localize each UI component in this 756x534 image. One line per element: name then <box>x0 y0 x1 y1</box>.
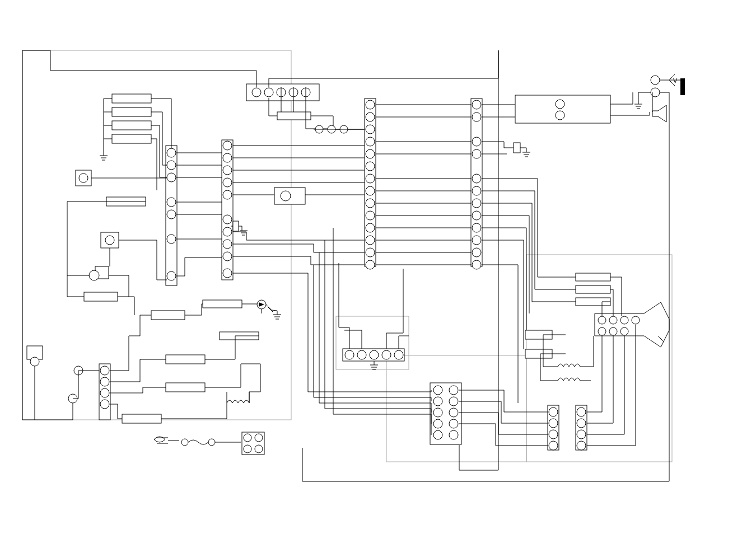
svg-point-139 <box>433 386 442 395</box>
svg-point-147 <box>449 419 458 428</box>
svg-point-42 <box>366 137 375 146</box>
resistor-4 <box>203 300 242 308</box>
svg-point-54 <box>472 100 481 109</box>
svg-point-142 <box>433 419 442 428</box>
svg-rect-81 <box>514 143 520 153</box>
connector-crt-2 <box>576 405 587 450</box>
svg-point-41 <box>366 125 375 134</box>
resistor-2 <box>84 292 118 301</box>
connector-right-1 <box>471 99 482 269</box>
connector-mid-1 <box>222 140 233 280</box>
svg-point-40 <box>366 113 375 121</box>
svg-point-157 <box>577 430 586 439</box>
svg-point-36 <box>223 252 232 261</box>
svg-point-121 <box>208 439 215 446</box>
svg-point-20 <box>167 148 176 157</box>
svg-point-130 <box>357 350 366 359</box>
svg-point-37 <box>223 269 232 278</box>
svg-line-99 <box>266 305 272 310</box>
svg-point-107 <box>30 357 39 366</box>
svg-point-35 <box>223 240 232 249</box>
svg-point-132 <box>382 350 391 359</box>
svg-rect-72 <box>680 78 685 95</box>
inductor-2 <box>558 364 580 367</box>
svg-point-141 <box>433 408 442 417</box>
svg-point-61 <box>472 211 481 220</box>
resistor-6 <box>166 355 205 364</box>
resistor-crt-r <box>576 273 610 281</box>
resistor-crt-g <box>576 285 610 293</box>
svg-point-57 <box>472 149 481 158</box>
svg-point-148 <box>449 430 458 439</box>
ac-plug-icon <box>154 437 179 443</box>
resistor-8 <box>122 414 161 423</box>
svg-point-24 <box>167 210 176 219</box>
svg-point-109 <box>100 366 109 375</box>
main-board-outline <box>22 50 291 420</box>
svg-text:V: V <box>673 77 678 84</box>
resistor-bank-1 <box>100 94 151 160</box>
svg-point-156 <box>577 419 586 428</box>
svg-point-125 <box>255 434 263 442</box>
connector-left-1 <box>166 146 177 285</box>
inductor-3 <box>558 378 580 381</box>
svg-point-158 <box>577 441 586 450</box>
svg-point-18 <box>79 174 88 182</box>
svg-point-162 <box>632 316 640 324</box>
svg-point-161 <box>620 316 628 324</box>
svg-point-120 <box>181 439 188 446</box>
svg-point-155 <box>577 407 586 416</box>
svg-point-67 <box>556 100 564 109</box>
ground-av <box>634 92 651 109</box>
svg-point-44 <box>366 162 375 171</box>
sub-board-1-outline <box>336 316 409 369</box>
svg-point-45 <box>366 174 375 183</box>
svg-point-28 <box>223 141 232 150</box>
connector-left-2 <box>68 364 110 420</box>
svg-point-145 <box>449 397 458 406</box>
svg-point-146 <box>449 408 458 417</box>
svg-point-151 <box>549 419 558 428</box>
connector-sub-2 <box>430 383 461 444</box>
svg-point-34 <box>223 227 232 236</box>
svg-point-152 <box>549 430 558 439</box>
svg-rect-89 <box>233 221 239 231</box>
svg-point-59 <box>472 186 481 195</box>
svg-point-29 <box>223 153 232 162</box>
connector-crt-1 <box>548 405 559 450</box>
svg-point-126 <box>244 445 251 453</box>
svg-point-62 <box>472 223 481 232</box>
switch-icon <box>514 143 530 157</box>
connector-sub-1 <box>343 349 404 369</box>
svg-point-30 <box>223 166 232 175</box>
svg-point-0 <box>252 88 261 97</box>
svg-point-50 <box>366 236 375 245</box>
svg-rect-7 <box>112 121 151 130</box>
svg-point-70 <box>651 88 660 97</box>
svg-point-65 <box>472 260 481 269</box>
fuse-icon <box>181 439 241 446</box>
crt-icon <box>595 302 669 347</box>
svg-rect-6 <box>112 107 151 116</box>
resistor-3 <box>151 311 185 320</box>
svg-point-39 <box>366 100 375 109</box>
svg-point-47 <box>366 199 375 208</box>
wiring-schematic: V <box>0 0 756 534</box>
connector-mid-2 <box>365 99 376 269</box>
svg-point-32 <box>223 190 232 199</box>
svg-point-129 <box>345 350 354 359</box>
svg-point-49 <box>366 223 375 232</box>
resistor-7 <box>166 383 205 392</box>
svg-point-160 <box>609 316 617 324</box>
svg-point-110 <box>100 377 109 386</box>
svg-point-25 <box>167 235 176 243</box>
svg-point-159 <box>598 316 606 324</box>
svg-point-88 <box>281 191 291 201</box>
svg-point-111 <box>100 388 109 397</box>
svg-point-144 <box>449 386 458 395</box>
svg-point-153 <box>549 441 558 450</box>
svg-point-112 <box>100 400 109 409</box>
svg-point-165 <box>620 327 628 335</box>
svg-rect-8 <box>112 134 151 143</box>
wire <box>22 50 50 71</box>
